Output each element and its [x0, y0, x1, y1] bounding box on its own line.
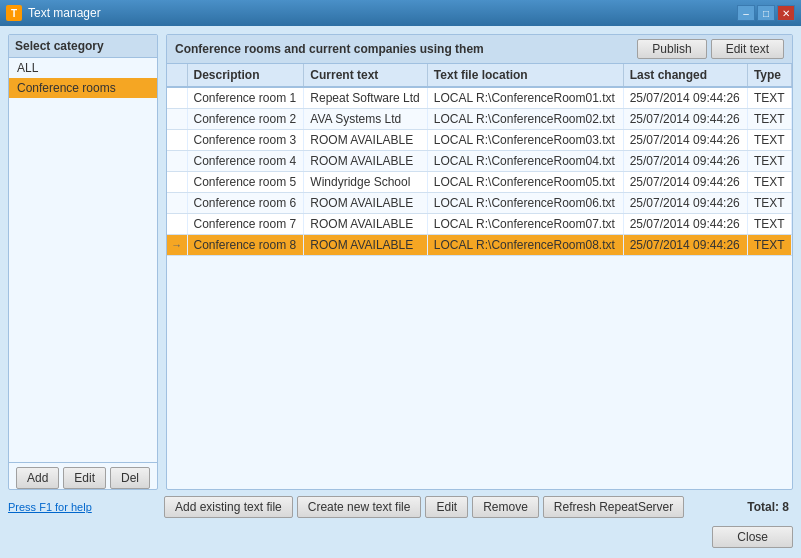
col-file-location: Text file location	[427, 64, 623, 87]
row-last-changed: 25/07/2014 09:44:26	[623, 193, 747, 214]
row-description: Conference room 2	[187, 109, 304, 130]
row-file-location: LOCAL R:\ConferenceRoom04.txt	[427, 151, 623, 172]
row-arrow	[167, 214, 187, 235]
row-last-changed: 25/07/2014 09:44:26	[623, 214, 747, 235]
row-file-location: LOCAL R:\ConferenceRoom01.txt	[427, 87, 623, 109]
row-description: Conference room 7	[187, 214, 304, 235]
edit-text-button[interactable]: Edit text	[711, 39, 784, 59]
edit-category-button[interactable]: Edit	[63, 467, 106, 489]
table-row[interactable]: Conference room 1Repeat Software LtdLOCA…	[167, 87, 792, 109]
row-file-location: LOCAL R:\ConferenceRoom02.txt	[427, 109, 623, 130]
app-icon: T	[6, 5, 22, 21]
create-new-button[interactable]: Create new text file	[297, 496, 422, 518]
row-type: TEXT	[747, 193, 791, 214]
row-type: TEXT	[747, 151, 791, 172]
col-arrow	[167, 64, 187, 87]
row-type: TEXT	[747, 87, 791, 109]
bottom-bar-right: Add existing text file Create new text f…	[164, 496, 793, 518]
table-row[interactable]: Conference room 3ROOM AVAILABLELOCAL R:\…	[167, 130, 792, 151]
row-current-text: ROOM AVAILABLE	[304, 130, 428, 151]
right-panel-header: Conference rooms and current companies u…	[167, 35, 792, 64]
category-item-all[interactable]: ALL	[9, 58, 157, 78]
category-panel-header: Select category	[9, 35, 157, 58]
row-arrow	[167, 151, 187, 172]
close-row: Close	[8, 524, 793, 550]
help-link[interactable]: Press F1 for help	[8, 501, 92, 513]
row-last-changed: 25/07/2014 09:44:26	[623, 130, 747, 151]
right-panel: Conference rooms and current companies u…	[166, 34, 793, 490]
right-panel-title: Conference rooms and current companies u…	[175, 42, 484, 56]
left-bottom-buttons: Add Edit Del	[9, 462, 157, 489]
row-current-text: AVA Systems Ltd	[304, 109, 428, 130]
category-list: ALL Conference rooms	[9, 58, 157, 462]
add-existing-button[interactable]: Add existing text file	[164, 496, 293, 518]
row-file-location: LOCAL R:\ConferenceRoom03.txt	[427, 130, 623, 151]
row-last-changed: 25/07/2014 09:44:26	[623, 172, 747, 193]
publish-button[interactable]: Publish	[637, 39, 706, 59]
close-button[interactable]: Close	[712, 526, 793, 548]
row-current-text: ROOM AVAILABLE	[304, 151, 428, 172]
row-arrow	[167, 130, 187, 151]
col-type: Type	[747, 64, 791, 87]
row-description: Conference room 3	[187, 130, 304, 151]
row-arrow: →	[167, 235, 187, 256]
total-label: Total: 8	[747, 500, 793, 514]
row-arrow	[167, 172, 187, 193]
maximize-button[interactable]: □	[757, 5, 775, 21]
table-container: Description Current text Text file locat…	[167, 64, 792, 489]
row-current-text: ROOM AVAILABLE	[304, 235, 428, 256]
row-file-location: LOCAL R:\ConferenceRoom07.txt	[427, 214, 623, 235]
row-current-text: Windyridge School	[304, 172, 428, 193]
row-current-text: ROOM AVAILABLE	[304, 214, 428, 235]
row-type: TEXT	[747, 172, 791, 193]
add-button[interactable]: Add	[16, 467, 59, 489]
row-arrow	[167, 193, 187, 214]
left-panel: Select category ALL Conference rooms Add…	[8, 34, 158, 490]
row-current-text: Repeat Software Ltd	[304, 87, 428, 109]
row-last-changed: 25/07/2014 09:44:26	[623, 235, 747, 256]
minimize-button[interactable]: –	[737, 5, 755, 21]
row-last-changed: 25/07/2014 09:44:26	[623, 151, 747, 172]
bottom-bar-left: Press F1 for help	[8, 501, 158, 513]
row-file-location: LOCAL R:\ConferenceRoom08.txt	[427, 235, 623, 256]
row-description: Conference room 4	[187, 151, 304, 172]
row-file-location: LOCAL R:\ConferenceRoom05.txt	[427, 172, 623, 193]
row-arrow	[167, 87, 187, 109]
header-buttons: Publish Edit text	[637, 39, 784, 59]
col-last-changed: Last changed	[623, 64, 747, 87]
col-description: Description	[187, 64, 304, 87]
rooms-table: Description Current text Text file locat…	[167, 64, 792, 256]
bottom-bar: Press F1 for help Add existing text file…	[8, 496, 793, 518]
edit-button[interactable]: Edit	[425, 496, 468, 518]
del-button[interactable]: Del	[110, 467, 150, 489]
table-row[interactable]: Conference room 6ROOM AVAILABLELOCAL R:\…	[167, 193, 792, 214]
row-last-changed: 25/07/2014 09:44:26	[623, 87, 747, 109]
remove-button[interactable]: Remove	[472, 496, 539, 518]
row-current-text: ROOM AVAILABLE	[304, 193, 428, 214]
window-close-button[interactable]: ✕	[777, 5, 795, 21]
col-current-text: Current text	[304, 64, 428, 87]
row-type: TEXT	[747, 214, 791, 235]
row-description: Conference room 5	[187, 172, 304, 193]
table-row[interactable]: Conference room 5Windyridge SchoolLOCAL …	[167, 172, 792, 193]
category-item-conference-rooms[interactable]: Conference rooms	[9, 78, 157, 98]
row-last-changed: 25/07/2014 09:44:26	[623, 109, 747, 130]
table-row[interactable]: Conference room 4ROOM AVAILABLELOCAL R:\…	[167, 151, 792, 172]
row-description: Conference room 6	[187, 193, 304, 214]
row-type: TEXT	[747, 130, 791, 151]
row-description: Conference room 1	[187, 87, 304, 109]
row-type: TEXT	[747, 109, 791, 130]
refresh-button[interactable]: Refresh RepeatServer	[543, 496, 684, 518]
table-row[interactable]: →Conference room 8ROOM AVAILABLELOCAL R:…	[167, 235, 792, 256]
row-file-location: LOCAL R:\ConferenceRoom06.txt	[427, 193, 623, 214]
window-title: Text manager	[28, 6, 101, 20]
row-arrow	[167, 109, 187, 130]
table-row[interactable]: Conference room 7ROOM AVAILABLELOCAL R:\…	[167, 214, 792, 235]
table-row[interactable]: Conference room 2AVA Systems LtdLOCAL R:…	[167, 109, 792, 130]
row-description: Conference room 8	[187, 235, 304, 256]
row-type: TEXT	[747, 235, 791, 256]
